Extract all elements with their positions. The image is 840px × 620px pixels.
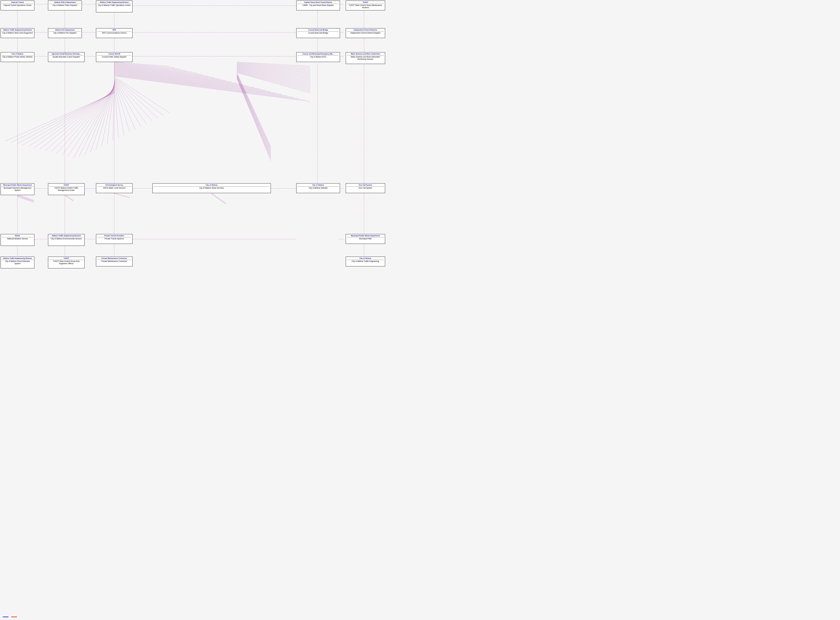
svg-line-46 [56, 88, 114, 153]
county-muni-em-node: County and Municipal Emergency Ma... Cit… [296, 52, 340, 62]
svg-line-26 [114, 77, 169, 113]
dps-content: DPS Communications Service [102, 32, 127, 34]
svg-line-59 [237, 64, 311, 71]
svg-line-30 [114, 79, 147, 124]
svg-line-3 [114, 64, 186, 71]
svg-line-81 [237, 76, 271, 153]
private-transit-node: Private Transit Providers Private Transi… [96, 234, 133, 244]
svg-line-36 [113, 82, 114, 141]
svg-line-9 [114, 67, 220, 79]
svg-line-47 [51, 89, 114, 152]
diagram-container: CityLink Transit CityLink Transit Operat… [0, 0, 840, 620]
ind-school-dist-content: Independent School District Dispatch [350, 32, 381, 34]
svg-line-11 [114, 68, 231, 82]
svg-line-14 [114, 70, 248, 86]
captrta-node: Capital Texas Rural Transit District CAR… [296, 1, 340, 11]
svg-line-53 [17, 92, 114, 144]
svg-line-55 [6, 93, 114, 141]
svg-line-84 [237, 78, 271, 158]
svg-line-17 [114, 72, 265, 90]
abilene-traffic-eng-top-node: Abilene Traffic Engineering Division Cit… [96, 1, 133, 12]
svg-line-133 [18, 196, 34, 201]
svg-line-12 [114, 69, 237, 83]
abilene-police-title: Abilene Police Department [49, 2, 81, 4]
abilene-flood-node: Abilene Traffic Engineering Division Cit… [1, 257, 35, 268]
svg-line-138 [65, 196, 73, 201]
city-abilene-website-title: City of Abilene [297, 184, 339, 187]
svg-line-52 [23, 91, 114, 145]
horizontal-connections [35, 4, 344, 239]
txdot-district-content: TxDOT Abilene District Traffic Managemen… [54, 187, 78, 191]
svg-line-141 [212, 193, 226, 203]
agrement-sbd-node: Agrement Small Business Develop... Doubl… [48, 52, 84, 62]
svg-line-76 [237, 73, 271, 147]
usgs-content: USGS Water Level Sensors [103, 187, 125, 189]
svg-line-4 [114, 64, 192, 72]
one-call-node: One Call System One Call System [345, 183, 385, 193]
county-muni-em-content: City of Abilene EOC [310, 56, 326, 58]
county-road-bridge-node: County Road and Bridge County Road and B… [296, 28, 340, 38]
svg-line-7 [114, 66, 209, 76]
sheriff-connections [6, 62, 311, 158]
priv-maint-node: Private Maintenance Contractor Private M… [96, 257, 133, 266]
svg-line-62 [237, 65, 311, 75]
dps-title: DPS [97, 29, 131, 32]
svg-line-75 [237, 73, 311, 93]
txdot-district-node: TxDOT TxDOT Abilene District Traffic Man… [48, 183, 84, 195]
citylink-node: CityLink Transit CityLink Transit Operat… [1, 1, 35, 11]
abilene-traffic-env-title: Abilene Traffic Engineering Division [49, 235, 83, 238]
svg-line-20 [114, 73, 282, 95]
svg-line-42 [79, 86, 114, 157]
svg-line-45 [62, 87, 114, 155]
abilene-police-node: Abilene Police Department City of Abilen… [48, 1, 82, 11]
svg-line-40 [90, 84, 114, 152]
svg-line-73 [237, 72, 311, 90]
muni-pw-dept-node: Municipal Public Works Department Munici… [1, 183, 35, 195]
abilene-flood-title: Abilene Traffic Engineering Division [2, 257, 33, 260]
city-abilene-website-node: City of Abilene City of Abilene Website [296, 183, 340, 193]
svg-line-137 [65, 195, 73, 201]
abilene-traffic-workzone-title: Abilene Traffic Engineering Division [2, 29, 33, 32]
svg-line-65 [237, 67, 311, 79]
txdot-engr-title: TxDOT [49, 257, 83, 260]
right-fan-connections [237, 62, 311, 161]
svg-line-54 [11, 92, 114, 142]
agrement-sbd-content: Double Mountain Coach Dispatch [53, 56, 80, 58]
svg-line-22 [114, 74, 293, 97]
one-call-title: One Call System [347, 184, 384, 187]
svg-line-57 [237, 63, 311, 68]
abilene-traffic-eng-top-title: Abilene Traffic Engineering Division [97, 2, 131, 4]
svg-line-34 [114, 81, 124, 135]
muni-pw-dept-content: Municipal Pavement Management System [4, 187, 31, 191]
captrta-title: Capital Texas Rural Transit District [297, 2, 339, 4]
svg-line-79 [237, 75, 271, 151]
svg-line-39 [96, 84, 114, 149]
abilene-fire-node: Abilene Fire Department City of Abilene … [48, 28, 82, 38]
svg-line-51 [28, 91, 114, 147]
svg-line-86 [237, 79, 271, 161]
svg-line-68 [237, 69, 311, 83]
legend-line-blue [3, 617, 9, 617]
svg-line-61 [237, 65, 311, 73]
svg-line-58 [237, 63, 311, 69]
svg-line-66 [237, 68, 311, 80]
abilene-fire-content: City of Abilene Fire Dispatch [53, 32, 77, 34]
county-muni-em-title: County and Municipal Emergency Ma... [297, 53, 339, 56]
abilene-traffic-workzone-node: Abilene Traffic Engineering Division Cit… [1, 28, 35, 38]
svg-line-132 [18, 195, 34, 201]
svg-line-56 [237, 62, 311, 66]
svg-line-18 [114, 72, 271, 92]
svg-line-49 [39, 90, 114, 149]
svg-line-27 [114, 77, 164, 116]
svg-line-140 [114, 194, 130, 198]
abilene-traffic-workzone-content: City of Abilene Work Zone Equipment [2, 32, 33, 34]
svg-line-38 [102, 83, 114, 147]
agrement-sbd-title: Agrement Small Business Develop... [49, 53, 83, 56]
city-abilene-website-content: City of Abilene Website [309, 187, 327, 189]
txdot-top-title: TxDOT [347, 2, 384, 4]
svg-line-23 [114, 75, 299, 99]
svg-line-43 [73, 86, 114, 158]
svg-line-6 [114, 65, 203, 75]
svg-line-15 [114, 71, 254, 87]
muni-pw-dept2-node: Municipal Public Works Department Munici… [345, 234, 385, 244]
